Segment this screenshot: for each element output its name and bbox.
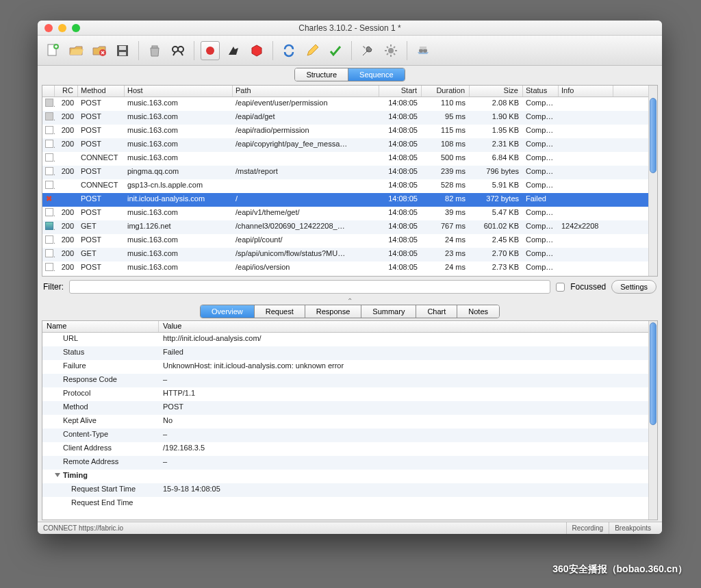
svg-marker-10 xyxy=(252,45,262,56)
tab-summary[interactable]: Summary xyxy=(361,305,416,318)
detail-col-name[interactable]: Name xyxy=(42,321,159,332)
tab-sequence[interactable]: Sequence xyxy=(348,68,405,81)
settings-icon[interactable] xyxy=(381,41,400,60)
svg-rect-4 xyxy=(119,46,126,50)
detail-tabs: Overview Request Response Summary Chart … xyxy=(38,304,662,320)
col-path[interactable]: Path xyxy=(233,86,379,97)
titlebar: Charles 3.10.2 - Session 1 * xyxy=(38,21,662,36)
pane-splitter[interactable]: ⌃ xyxy=(38,297,662,304)
table-row[interactable]: 200POSTmusic.163.com/eapi/radio/permissi… xyxy=(42,125,657,138)
table-row[interactable]: 200POSTmusic.163.com/eapi/ios/version14:… xyxy=(42,261,657,275)
col-size[interactable]: Size xyxy=(470,86,523,97)
close-session-icon[interactable] xyxy=(90,41,109,60)
save-icon[interactable] xyxy=(113,41,132,60)
svg-point-8 xyxy=(178,47,183,52)
table-row[interactable]: 200GETmusic.163.com/sp/api/unicom/flow/s… xyxy=(42,248,657,261)
new-session-icon[interactable] xyxy=(43,41,62,60)
detail-row[interactable]: StatusFailed xyxy=(42,346,657,360)
svg-point-9 xyxy=(206,47,214,55)
focussed-checkbox[interactable] xyxy=(556,283,565,292)
table-row[interactable]: 200POSTmusic.163.com/eapi/pl/count/14:08… xyxy=(42,234,657,248)
table-row[interactable]: 200POSTmusic.163.com/eapi/copyright/pay_… xyxy=(42,138,657,152)
trash-icon[interactable] xyxy=(145,41,164,60)
col-status[interactable]: Status xyxy=(523,86,559,97)
watermark: 360安全播报（bobao.360.cn） xyxy=(552,563,687,576)
edit-icon[interactable] xyxy=(303,41,322,60)
svg-rect-6 xyxy=(152,46,157,48)
status-bar: CONNECT https://fabric.io Recording Brea… xyxy=(38,522,662,534)
table-row[interactable]: 200GETimg1.126.net/channel3/020690_12422… xyxy=(42,220,657,234)
col-duration[interactable]: Duration xyxy=(422,86,470,97)
detail-row[interactable]: Response Code– xyxy=(42,374,657,387)
detail-row[interactable]: FailureUnknownHost: init.icloud-analysis… xyxy=(42,360,657,374)
detail-row[interactable]: Kept AliveNo xyxy=(42,415,657,429)
svg-rect-5 xyxy=(119,52,126,55)
svg-point-7 xyxy=(173,47,178,52)
detail-row[interactable]: Request End Time xyxy=(42,497,657,511)
find-icon[interactable] xyxy=(168,41,188,60)
record-icon[interactable] xyxy=(201,41,220,60)
grid-scrollbar[interactable] xyxy=(648,86,657,276)
detail-row[interactable]: Request Start Time15-9-18 14:08:05 xyxy=(42,483,657,497)
col-info[interactable]: Info xyxy=(559,86,613,97)
table-row[interactable]: 200POSTmusic.163.com/eapi/v1/theme/get/1… xyxy=(42,207,657,220)
repeat-icon[interactable] xyxy=(279,41,298,60)
grid-header: RC Method Host Path Start Duration Size … xyxy=(42,86,657,97)
table-row[interactable]: 200POSTmusic.163.com/eapi/ad/get14:08:05… xyxy=(42,111,657,125)
status-breakpoints: Breakpoints xyxy=(609,522,657,534)
tab-overview[interactable]: Overview xyxy=(201,305,254,318)
table-row[interactable]: CONNECTmusic.163.com14:08:05500 ms6.84 K… xyxy=(42,152,657,166)
view-mode-tabs: Structure Sequence xyxy=(38,66,662,84)
status-left: CONNECT https://fabric.io xyxy=(43,524,123,532)
table-row[interactable]: ✖POSTinit.icloud-analysis.com/14:08:0582… xyxy=(42,193,657,207)
request-grid: RC Method Host Path Start Duration Size … xyxy=(42,85,658,277)
settings-button[interactable]: Settings xyxy=(611,280,657,294)
throttle-icon[interactable] xyxy=(224,41,243,60)
svg-rect-14 xyxy=(420,47,426,49)
col-rc[interactable]: RC xyxy=(55,86,78,97)
table-row[interactable]: 200POSTpingma.qq.com/mstat/report14:08:0… xyxy=(42,166,657,179)
breakpoints-icon[interactable] xyxy=(247,41,266,60)
detail-row[interactable]: MethodPOST xyxy=(42,401,657,415)
detail-pane: Name Value URLhttp://init.icloud-analysi… xyxy=(42,320,658,520)
detail-row[interactable]: Content-Type– xyxy=(42,429,657,442)
validate-icon[interactable] xyxy=(326,41,345,60)
col-host[interactable]: Host xyxy=(125,86,233,97)
filter-bar: Filter: Focussed Settings xyxy=(38,277,662,297)
open-icon[interactable] xyxy=(66,41,86,60)
focussed-label: Focussed xyxy=(570,282,606,292)
tab-response[interactable]: Response xyxy=(305,305,361,318)
tab-chart[interactable]: Chart xyxy=(416,305,457,318)
status-recording: Recording xyxy=(566,522,609,534)
detail-row[interactable]: ProtocolHTTP/1.1 xyxy=(42,387,657,401)
detail-body[interactable]: URLhttp://init.icloud-analysis.com/Statu… xyxy=(42,333,657,520)
license-icon[interactable] xyxy=(413,41,433,60)
filter-input[interactable] xyxy=(69,280,550,294)
filter-label: Filter: xyxy=(43,282,64,292)
svg-point-11 xyxy=(388,48,394,53)
table-row[interactable]: 200POSTmusic.163.com/eapi/event/user/per… xyxy=(42,97,657,111)
detail-scrollbar[interactable] xyxy=(648,321,657,520)
tab-request[interactable]: Request xyxy=(254,305,305,318)
window-title: Charles 3.10.2 - Session 1 * xyxy=(38,23,662,33)
grid-body[interactable]: 200POSTmusic.163.com/eapi/event/user/per… xyxy=(42,97,657,276)
tab-structure[interactable]: Structure xyxy=(295,68,348,81)
detail-col-value[interactable]: Value xyxy=(159,321,657,332)
col-start[interactable]: Start xyxy=(379,86,422,97)
tab-notes[interactable]: Notes xyxy=(457,305,499,318)
col-method[interactable]: Method xyxy=(78,86,125,97)
table-row[interactable]: CONNECTgsp13-cn.ls.apple.com14:08:05528 … xyxy=(42,179,657,193)
detail-row[interactable]: Remote Address– xyxy=(42,456,657,470)
detail-group-timing[interactable]: Timing xyxy=(42,470,657,483)
tools-icon[interactable] xyxy=(358,41,377,60)
detail-row[interactable]: Client Address/192.168.3.5 xyxy=(42,442,657,456)
toolbar xyxy=(38,36,662,66)
detail-row[interactable]: URLhttp://init.icloud-analysis.com/ xyxy=(42,333,657,346)
app-window: Charles 3.10.2 - Session 1 * Structure S… xyxy=(38,21,662,534)
